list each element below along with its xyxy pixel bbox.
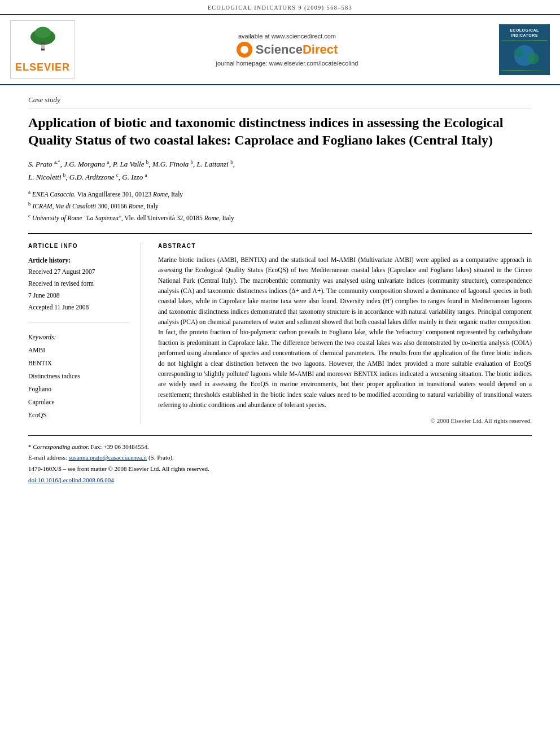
main-content: Case study Application of biotic and tax…: [0, 85, 560, 424]
received-revised-label: Received in revised form: [28, 278, 129, 290]
affiliation-c: c University of Rome "La Sapienza", Vle.…: [28, 212, 532, 224]
sup-b: b: [28, 201, 31, 207]
sup-a: a: [28, 189, 30, 195]
keyword-ecoqs: EcoQS: [28, 409, 129, 422]
keyword-bentix: BENTIX: [28, 357, 129, 370]
email-line: E-mail address: susanna.prato@casaccia.e…: [28, 452, 532, 464]
footer-section: * Corresponding author. Fax: +39 06 3048…: [28, 435, 532, 492]
corresponding-author: * Corresponding author. Fax: +39 06 3048…: [28, 442, 532, 453]
affil-a2: a: [107, 159, 109, 165]
journal-cover-title: ECOLOGICAL INDICATORS: [501, 28, 548, 38]
copyright-line: © 2008 Elsevier Ltd. All rights reserved…: [158, 417, 532, 424]
history-label: Article history:: [28, 255, 129, 267]
affil-b-text: ICRAM, Via di Casalotti: [32, 203, 96, 209]
affil-a-text: ENEA Casaccia: [32, 190, 74, 197]
two-column-section: Article Info Article history: Received 2…: [28, 233, 532, 424]
abstract-col: Abstract Marine biotic indices (AMBI, BE…: [158, 243, 532, 424]
received-date: Received 27 August 2007: [28, 266, 129, 278]
doi-line: doi:10.1016/j.ecolind.2008.06.004: [28, 475, 532, 486]
keywords-section: Keywords: AMBI BENTIX Distinctness indic…: [28, 334, 129, 422]
received-revised-date: 7 June 2008: [28, 290, 129, 302]
elsevier-wordmark: ELSEVIER: [15, 62, 70, 73]
svg-point-8: [527, 53, 539, 64]
svg-point-4: [41, 45, 45, 49]
affil-b3: b: [230, 159, 233, 165]
sd-icon-inner: [240, 46, 248, 54]
email-label: E-mail address:: [28, 454, 67, 461]
affil-c: c: [116, 172, 119, 178]
license-line: 1470-160X/$ – see front matter © 2008 El…: [28, 464, 532, 475]
journal-header: ELSEVIER available at www.sciencedirect.…: [0, 15, 560, 85]
email-attribution: (S. Prato).: [148, 454, 174, 461]
article-title: Application of biotic and taxonomic dist…: [28, 114, 532, 149]
affiliation-a: a ENEA Casaccia. Via Anguillarese 301, 0…: [28, 188, 532, 200]
keyword-distinctness: Distinctness indices: [28, 370, 129, 383]
author-lattanzi: L. Lattanzi: [197, 160, 229, 169]
affil-b2: b: [191, 159, 194, 165]
author-lavalle: P. La Valle: [113, 160, 145, 169]
article-history: Article history: Received 27 August 2007…: [28, 255, 129, 322]
journal-cover: ECOLOGICAL INDICATORS: [499, 24, 550, 75]
authors-line: S. Prato a,*, J.G. Morgana a, P. La Vall…: [28, 158, 532, 183]
article-info-heading: Article Info: [28, 243, 129, 249]
abstract-heading: Abstract: [158, 243, 532, 249]
affiliations: a ENEA Casaccia. Via Anguillarese 301, 0…: [28, 188, 532, 224]
sd-science-text: Science: [256, 42, 303, 57]
svg-point-7: [514, 48, 523, 57]
svg-point-2: [35, 27, 51, 38]
author-finoia: M.G. Finoia: [152, 160, 189, 169]
corresponding-label: * Corresponding author.: [28, 443, 89, 450]
doi-link[interactable]: doi:10.1016/j.ecolind.2008.06.004: [28, 477, 114, 483]
keyword-ambi: AMBI: [28, 344, 129, 357]
affil-b4: b: [63, 172, 66, 178]
journal-line: Ecological Indicators 9 (2009) 568–583: [0, 0, 560, 15]
sciencedirect-logo: Science Direct: [237, 42, 338, 58]
journal-cover-image: [501, 40, 548, 71]
keywords-list: AMBI BENTIX Distinctness indices Foglian…: [28, 344, 129, 422]
accepted-date: Accepted 11 June 2008: [28, 302, 129, 313]
keyword-fogliano: Fogliano: [28, 383, 129, 396]
author-morgana: J.G. Morgana: [64, 160, 105, 169]
affil-a3: a: [145, 172, 147, 178]
elsevier-logo: ELSEVIER: [10, 20, 75, 78]
email-address[interactable]: susanna.prato@casaccia.enea.it: [68, 454, 147, 461]
abstract-text: Marine biotic indices (AMBI, BENTIX) and…: [158, 255, 532, 410]
header-center: available at www.sciencedirect.com Scien…: [75, 33, 499, 67]
author-prato: S. Prato: [28, 160, 53, 169]
article-info-col: Article Info Article history: Received 2…: [28, 243, 141, 424]
affil-b: b: [146, 159, 149, 165]
author-izzo: G. Izzo: [122, 173, 143, 181]
keyword-caprolace: Caprolace: [28, 396, 129, 409]
affil-a: a,*: [54, 159, 60, 165]
available-text: available at www.sciencedirect.com: [238, 33, 336, 40]
keywords-heading: Keywords:: [28, 334, 129, 340]
affil-c-text: University of Rome "La Sapienza": [32, 215, 121, 221]
journal-homepage: journal homepage: www.elsevier.com/locat…: [216, 60, 358, 67]
author-nicoletti: L. Nicoletti: [28, 173, 62, 181]
case-study-label: Case study: [28, 85, 532, 108]
sd-direct-text: Direct: [303, 42, 338, 57]
author-ardizzone: G.D. Ardizzone: [69, 173, 115, 181]
fax-info: Fax: +39 06 30484554.: [91, 443, 149, 450]
sup-c: c: [28, 213, 30, 219]
sd-icon: [237, 42, 252, 58]
affiliation-b: b ICRAM, Via di Casalotti 300, 00166 Rom…: [28, 200, 532, 212]
